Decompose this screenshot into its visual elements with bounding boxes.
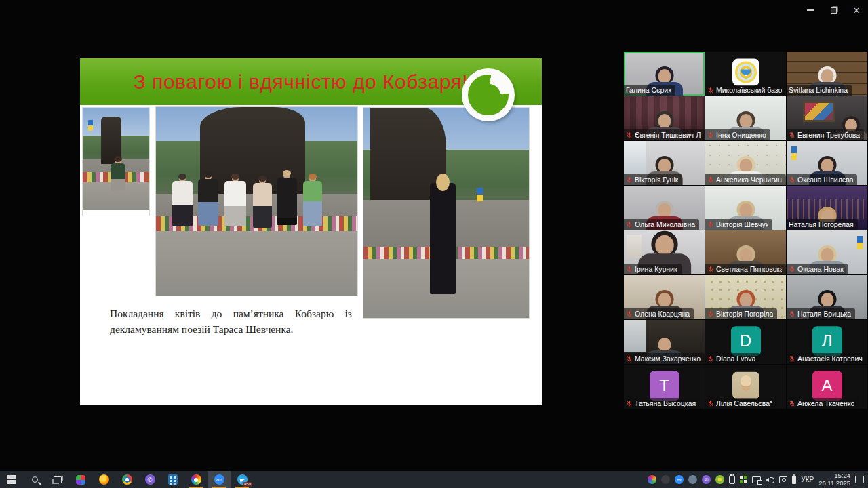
participant-tile[interactable]: Анжелика Чернигина bbox=[705, 141, 786, 185]
usb-icon[interactable] bbox=[792, 476, 796, 484]
flag-right-decor bbox=[857, 236, 863, 249]
participant-tile[interactable]: Галина Сєрих bbox=[624, 52, 705, 96]
minimize-button[interactable] bbox=[799, 0, 822, 20]
participant-tile[interactable]: Миколаївський базови… bbox=[705, 52, 786, 96]
participant-tile[interactable]: Оксана Шпилєва bbox=[787, 141, 867, 185]
participant-nameplate: Олена Кварцяна bbox=[624, 308, 694, 319]
telegram-icon[interactable]: 450 bbox=[231, 471, 254, 488]
participant-nameplate: Галина Сєрих bbox=[624, 85, 675, 96]
participant-name: Анжелика Чернигина bbox=[716, 176, 782, 184]
participant-tile[interactable]: Светлана Пятковская bbox=[705, 230, 786, 274]
tray-zoom-icon[interactable]: zm bbox=[675, 475, 684, 484]
network-icon[interactable] bbox=[752, 476, 761, 483]
telegram-unread-badge: 450 bbox=[243, 482, 252, 487]
avatar-letter: Л bbox=[812, 326, 842, 356]
chrome-icon[interactable] bbox=[115, 471, 138, 488]
muted-mic-icon bbox=[707, 266, 714, 273]
participant-tile[interactable]: Оксана Новак bbox=[787, 230, 867, 274]
tray-gray-app-icon[interactable] bbox=[688, 475, 697, 484]
participant-nameplate: Svitlana Lichinkina bbox=[787, 85, 852, 96]
action-center-icon[interactable] bbox=[855, 476, 864, 483]
organization-logo bbox=[732, 58, 760, 85]
participant-name: Максим Захарченко bbox=[635, 354, 701, 363]
slide-photo-reciter bbox=[363, 107, 530, 319]
participant-tile[interactable]: Вікторія Погоріла bbox=[705, 275, 786, 319]
participant-nameplate: Ольга Миколаївна bbox=[624, 219, 699, 230]
participant-name: Інна Онищенко bbox=[716, 131, 766, 139]
participant-tile[interactable]: Наталя Брицька bbox=[787, 275, 867, 319]
muted-mic-icon bbox=[707, 221, 714, 228]
participant-name: Евгения Трегубова bbox=[797, 131, 860, 139]
defender-icon[interactable] bbox=[740, 476, 747, 483]
muted-mic-icon bbox=[626, 221, 633, 228]
participant-name: Наталья Погорелая bbox=[789, 220, 854, 228]
participant-tile[interactable]: Svitlana Lichinkina bbox=[787, 52, 867, 96]
flag-left-decor bbox=[791, 146, 797, 160]
calculator-icon[interactable] bbox=[161, 471, 184, 488]
language-indicator[interactable]: УКР bbox=[801, 476, 814, 483]
start-button[interactable] bbox=[0, 471, 23, 488]
tray-green-app-icon[interactable] bbox=[715, 475, 724, 484]
participant-tile[interactable]: Вікторія Шевчук bbox=[705, 186, 786, 230]
muted-mic-icon bbox=[707, 176, 714, 184]
participant-nameplate: Вікторія Шевчук bbox=[705, 219, 772, 230]
muted-mic-icon bbox=[707, 87, 714, 94]
zoom-app-icon[interactable]: zm bbox=[208, 471, 231, 488]
participant-name: Наталя Брицька bbox=[797, 310, 851, 318]
media-app-icon[interactable] bbox=[69, 471, 92, 488]
participant-name: Олена Кварцяна bbox=[635, 310, 690, 318]
task-view-icon[interactable] bbox=[46, 471, 69, 488]
cast-icon[interactable] bbox=[779, 476, 787, 483]
participant-tile[interactable]: Лілія Савельєва* bbox=[705, 365, 786, 409]
participant-name: Лілія Савельєва* bbox=[716, 399, 772, 407]
participant-tile[interactable]: ААнжела Ткаченко bbox=[787, 365, 867, 409]
participant-tile[interactable]: Інна Онищенко bbox=[705, 96, 786, 140]
participant-nameplate: Вікторія Погоріла bbox=[705, 308, 777, 319]
participant-name: Вікторія Шевчук bbox=[716, 220, 768, 228]
participant-name: Анастасія Катревич bbox=[797, 354, 863, 363]
tray-viber-icon[interactable]: ✆ bbox=[702, 475, 711, 484]
participant-tile[interactable]: Євгенія Тишкевич-Льв… bbox=[624, 96, 705, 140]
participant-name: Diana Lvova bbox=[716, 354, 755, 363]
participant-tile[interactable]: ТТатьяна Высоцкая bbox=[624, 365, 705, 409]
participant-nameplate: Светлана Пятковская bbox=[705, 264, 786, 274]
muted-mic-icon bbox=[707, 131, 714, 139]
muted-mic-icon bbox=[626, 355, 633, 363]
muted-mic-icon bbox=[626, 266, 633, 273]
clock[interactable]: 15:24 26.11.2025 bbox=[818, 472, 850, 487]
participant-nameplate: Diana Lvova bbox=[705, 353, 760, 364]
photos-icon[interactable] bbox=[184, 471, 208, 488]
participant-tile[interactable]: Ірина Курник bbox=[624, 230, 705, 274]
participant-tile[interactable]: Вікторія Гунік bbox=[624, 141, 705, 185]
participant-name: Светлана Пятковская bbox=[716, 265, 782, 273]
viber-icon[interactable]: ✆ bbox=[138, 471, 161, 488]
participant-tile[interactable]: Наталья Погорелая bbox=[787, 186, 867, 230]
participant-nameplate: Миколаївський базови… bbox=[705, 85, 786, 96]
participant-tile[interactable]: DDiana Lvova bbox=[705, 320, 786, 364]
participant-tile[interactable]: ЛАнастасія Катревич bbox=[787, 320, 867, 364]
volume-icon[interactable] bbox=[766, 476, 774, 484]
clock-date: 26.11.2025 bbox=[818, 480, 850, 487]
participant-tile[interactable]: Ольга Миколаївна bbox=[624, 186, 705, 230]
participant-nameplate: Євгенія Тишкевич-Льв… bbox=[624, 129, 705, 140]
firefox-icon[interactable] bbox=[92, 471, 115, 488]
participant-name: Ольга Миколаївна bbox=[635, 220, 695, 228]
restore-button[interactable] bbox=[822, 0, 845, 20]
battery-icon[interactable] bbox=[729, 476, 735, 484]
muted-mic-icon bbox=[626, 131, 633, 139]
participant-tile[interactable]: Олена Кварцяна bbox=[624, 275, 705, 319]
taskbar: ✆zm450 zm ✆ УКР 15:24 26.11.2025 bbox=[0, 471, 868, 488]
participant-name: Євгенія Тишкевич-Льв… bbox=[635, 131, 701, 139]
participant-tile[interactable]: Максим Захарченко bbox=[624, 320, 705, 364]
tray-dark-app-icon[interactable] bbox=[661, 475, 670, 484]
participant-nameplate: Оксана Шпилєва bbox=[787, 174, 857, 185]
tray-colorful-app-icon[interactable] bbox=[648, 475, 656, 484]
avatar-photo bbox=[732, 371, 760, 399]
muted-mic-icon bbox=[707, 400, 714, 407]
participant-nameplate: Татьяна Высоцкая bbox=[624, 398, 700, 409]
search-icon[interactable] bbox=[23, 471, 46, 488]
participant-tile[interactable]: Евгения Трегубова bbox=[787, 96, 867, 140]
close-button[interactable]: ✕ bbox=[845, 0, 868, 20]
taskbar-apps: ✆zm450 bbox=[0, 471, 254, 488]
participants-grid: Галина СєрихМиколаївський базови…Svitlan… bbox=[624, 52, 867, 409]
